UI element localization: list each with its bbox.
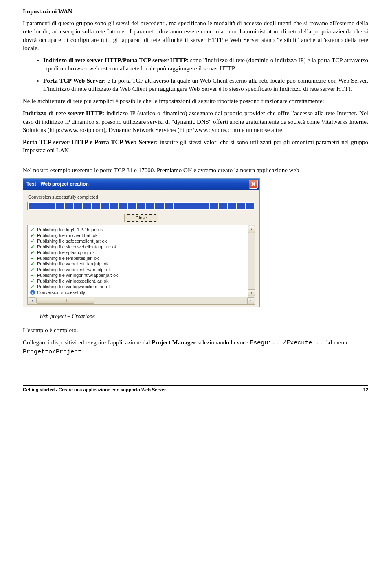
log-row: ✓Publishing file log4j-1.2.15.jar: ok (28, 227, 248, 233)
log-row: iConversion successfully (28, 290, 248, 295)
check-icon: ✓ (30, 267, 35, 272)
log-text: Publishing file runclient.bat: ok (37, 233, 98, 238)
log-row: ✓Publishing file safecomclient.jar: ok (28, 238, 248, 244)
page-number: 12 (363, 387, 368, 392)
log-row: ✓Publishing file winlogwebclient.jar: ok (28, 284, 248, 290)
log-row: ✓Publishing file webclient_lan.jnlp: ok (28, 261, 248, 267)
arch-paragraph: Nelle architetture di rete più semplici … (23, 97, 368, 105)
scroll-down-icon[interactable]: ▼ (248, 289, 255, 296)
log-text: Publishing file splash.png: ok (37, 250, 95, 255)
check-icon: ✓ (30, 284, 35, 289)
text-segment: Collegare i dispositivi ed eseguire l'ap… (23, 339, 152, 346)
text-segment: selezionando la voce (196, 339, 250, 346)
close-icon (251, 182, 255, 186)
check-icon: ✓ (30, 244, 35, 249)
setting-lead: Indirizzo di rete server HTTP (23, 110, 103, 116)
intro-paragraph: I parametri di questo gruppo sono gli st… (23, 19, 368, 52)
log-text: Publishing file winlogtcpclient.jar: ok (37, 279, 108, 283)
page-footer: Getting started - Creare una applicazion… (23, 385, 368, 392)
scroll-thumb[interactable] (36, 298, 94, 304)
horizontal-scrollbar[interactable]: ◄ ► (28, 297, 255, 304)
log-text: Publishing file winlogprintfwrapper.jar:… (37, 273, 118, 278)
dialog-web-project-creation: Test - Web project creation Conversion s… (23, 178, 260, 307)
log-text: Publishing file safecomclient.jar: ok (37, 239, 107, 244)
connect-paragraph: Collegare i dispositivi ed eseguire l'ap… (23, 338, 368, 357)
bullet-lead: Porta TCP Web Server (43, 77, 104, 84)
log-text: Publishing file log4j-1.2.15.jar: ok (37, 227, 103, 232)
log-text: Publishing file templates.jar: ok (37, 256, 99, 261)
log-text: Publishing file winlogwebclient.jar: ok (37, 284, 111, 289)
text-segment: dal menu (323, 339, 347, 346)
log-row: ✓Publishing file winlogtcpclient.jar: ok (28, 278, 248, 284)
log-row: ✓Publishing file winlogprintfwrapper.jar… (28, 272, 248, 278)
progress-bar (27, 202, 255, 210)
footer-title: Getting started - Creare una applicazion… (23, 387, 166, 392)
bullet-tcp-port: Porta TCP Web Server: è la porta TCP att… (43, 77, 368, 93)
check-icon: ✓ (30, 256, 35, 261)
project-manager-label: Project Manager (152, 339, 196, 346)
log-row: ✓Publishing file runclient.bat: ok (28, 233, 248, 238)
scroll-left-icon[interactable]: ◄ (29, 297, 35, 304)
log-row: ✓Publishing file splash.png: ok (28, 250, 248, 255)
log-text: Publishing file sielcowebclientapp.jar: … (37, 244, 117, 249)
setting-ports: Porta TCP server HTTP e Porta TCP Web Se… (23, 138, 368, 155)
log-list: ✓Publishing file log4j-1.2.15.jar: ok✓Pu… (28, 225, 248, 297)
check-icon: ✓ (30, 273, 35, 278)
log-text: Publishing file webclient_wan.jnlp: ok (37, 267, 111, 272)
titlebar[interactable]: Test - Web project creation (23, 179, 259, 190)
status-text: Conversion successfully completed (28, 195, 255, 200)
check-icon: ✓ (30, 233, 35, 238)
menu-path-project: Progetto/Project (23, 349, 81, 355)
check-icon: ✓ (30, 261, 35, 266)
menu-path-execute: Esegui.../Execute... (250, 340, 323, 347)
figure-caption: Web project – Creazione (39, 313, 368, 320)
check-icon: ✓ (30, 250, 35, 255)
scroll-right-icon[interactable]: ► (247, 297, 254, 304)
close-dialog-button[interactable]: Close (125, 214, 158, 222)
example-paragraph: Nel nostro esempio useremo le porte TCP … (23, 166, 368, 174)
log-row: ✓Publishing file sielcowebclientapp.jar:… (28, 244, 248, 250)
vertical-scrollbar[interactable]: ▲ ▼ (248, 225, 255, 297)
log-text: Publishing file webclient_lan.jnlp: ok (37, 261, 109, 266)
check-icon: ✓ (30, 227, 35, 232)
setting-http-addr: Indirizzo di rete server HTTP: indirizzo… (23, 109, 368, 134)
bullet-http-address: Indirizzo di rete server HTTP/Porta TCP … (43, 56, 368, 73)
scroll-up-icon[interactable]: ▲ (248, 226, 255, 233)
check-icon: ✓ (30, 239, 35, 244)
info-icon: i (30, 290, 35, 295)
text-segment: . (81, 348, 83, 355)
log-text: Conversion successfully (37, 290, 85, 295)
heading-impostazioni-wan: Impostazioni WAN (23, 8, 368, 15)
log-row: ✓Publishing file templates.jar: ok (28, 255, 248, 261)
bullet-lead: Indirizzo di rete server HTTP/Porta TCP … (43, 57, 187, 64)
check-icon: ✓ (30, 279, 35, 283)
setting-lead: Porta TCP server HTTP e Porta TCP Web Se… (23, 139, 156, 145)
log-panel: ✓Publishing file log4j-1.2.15.jar: ok✓Pu… (27, 225, 255, 305)
window-title: Test - Web project creation (26, 181, 89, 187)
complete-paragraph: L'esempio è completo. (23, 326, 368, 334)
log-row: ✓Publishing file webclient_wan.jnlp: ok (28, 267, 248, 272)
close-button[interactable] (249, 180, 258, 189)
